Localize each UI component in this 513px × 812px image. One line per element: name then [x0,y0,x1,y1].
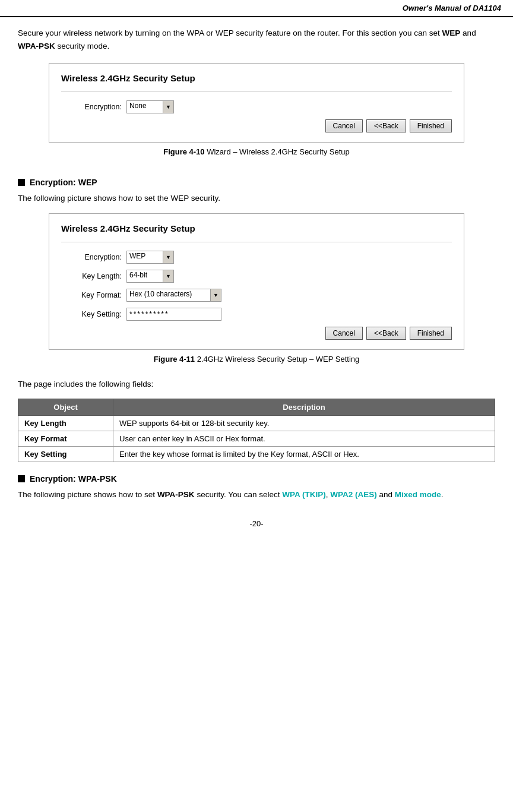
table-cell-object: Key Setting [18,447,113,462]
table-row: Key SettingEnter the key whose format is… [18,447,495,462]
figure2-buttons: Cancel <<Back Finished [61,327,452,340]
wpa-section-heading: Encryption: WPA-PSK [18,474,495,484]
figure1-caption-bold: Figure 4-10 [163,147,204,156]
figure2-caption-bold: Figure 4-11 [154,355,195,364]
figure1-title: Wireless 2.4GHz Security Setup [61,73,452,83]
figure2-caption-text: 2.4GHz Wireless Security Setup – WEP Set… [195,355,359,364]
wpa-text1: The following picture shows how to set [18,490,157,499]
wpa-text4: and [377,490,395,499]
table-cell-description: Enter the key whose format is limited by… [113,447,495,462]
figure2-keyformat-row: Key Format: Hex (10 characters) ▼ [61,289,452,302]
figure2-keysetting-label: Key Setting: [61,310,126,318]
col-object-header: Object [18,399,113,416]
figure1-box: Wireless 2.4GHz Security Setup Encryptio… [49,63,464,143]
figure2-finished-button[interactable]: Finished [410,327,452,340]
figure1-caption-text: Wizard – Wireless 2.4GHz Security Setup [205,147,350,156]
wep-heading-text: Encryption: WEP [30,178,97,187]
figure2-keylength-row: Key Length: 64-bit ▼ [61,270,452,283]
wpa-cyan1: WPA (TKIP) [282,490,326,499]
figure2-keyformat-select[interactable]: Hex (10 characters) ▼ [126,289,221,302]
figure1-finished-button[interactable]: Finished [410,119,452,132]
wpa-body: The following picture shows how to set W… [18,488,495,501]
figure1-divider [61,91,452,92]
page-number: -20- [249,519,263,528]
figure2-keysetting-input[interactable] [126,308,221,321]
page-footer: -20- [0,519,513,540]
figure2-encryption-label: Encryption: [61,253,126,261]
col-description-header: Description [113,399,495,416]
wpa-bullet [18,475,25,482]
figure2-keyformat-arrow[interactable]: ▼ [210,289,221,301]
wpa-bold1: WPA-PSK [157,490,195,499]
wpa-text5: . [441,490,444,499]
figure2-box: Wireless 2.4GHz Security Setup Encryptio… [49,213,464,350]
intro-paragraph: Secure your wireless network by turning … [18,27,495,52]
figure1-encryption-select[interactable]: None ▼ [126,100,174,113]
intro-bold2: WPA-PSK [18,42,55,50]
figure2-caption: Figure 4-11 2.4GHz Wireless Security Set… [154,355,360,364]
wpa-heading-text: Encryption: WPA-PSK [30,474,117,484]
figure1-cancel-button[interactable]: Cancel [325,119,363,132]
intro-text3: security mode. [55,42,110,50]
figure1-encryption-value: None [127,101,163,113]
figure1-encryption-row: Encryption: None ▼ [61,100,452,113]
figure2-encryption-arrow[interactable]: ▼ [163,251,173,263]
figure2-container: Wireless 2.4GHz Security Setup Encryptio… [18,213,495,374]
figure2-title: Wireless 2.4GHz Security Setup [61,223,452,233]
figure2-keylength-select[interactable]: 64-bit ▼ [126,270,174,283]
wep-bullet [18,179,25,186]
wep-section-heading: Encryption: WEP [18,178,495,187]
figure2-divider [61,242,452,242]
figure1-buttons: Cancel <<Back Finished [61,119,452,132]
table-cell-description: User can enter key in ASCII or Hex forma… [113,431,495,447]
figure2-keylength-value: 64-bit [127,270,163,282]
figure1-select-arrow[interactable]: ▼ [163,101,173,113]
intro-bold1: WEP [442,29,461,37]
figure2-keylength-arrow[interactable]: ▼ [163,270,173,282]
wpa-text2: security. You can select [195,490,283,499]
figure2-keysetting-row: Key Setting: [61,308,452,321]
intro-text2: and [460,29,476,37]
wpa-cyan2: WPA2 (AES) [330,490,377,499]
figure2-cancel-button[interactable]: Cancel [325,327,363,340]
figure1-encryption-label: Encryption: [61,103,126,111]
page-content: Secure your wireless network by turning … [0,27,513,501]
table-cell-object: Key Format [18,431,113,447]
figure2-keyformat-label: Key Format: [61,291,126,299]
figure2-encryption-row: Encryption: WEP ▼ [61,251,452,264]
figure1-container: Wireless 2.4GHz Security Setup Encryptio… [18,63,495,167]
wpa-cyan3: Mixed mode [395,490,441,499]
figure2-encryption-value: WEP [127,251,163,263]
fields-table: Object Description Key LengthWEP support… [18,399,495,462]
page-header: Owner's Manual of DA1104 [0,0,513,17]
table-cell-description: WEP supports 64-bit or 128-bit security … [113,416,495,431]
table-row: Key FormatUser can enter key in ASCII or… [18,431,495,447]
figure1-caption: Figure 4-10 Wizard – Wireless 2.4GHz Sec… [163,147,350,156]
figure1-back-button[interactable]: <<Back [366,119,406,132]
table-cell-object: Key Length [18,416,113,431]
wep-body: The following picture shows how to set t… [18,192,495,205]
table-intro-text: The page includes the following fields: [18,378,495,391]
intro-text1: Secure your wireless network by turning … [18,29,442,37]
table-header-row: Object Description [18,399,495,416]
header-title: Owner's Manual of DA1104 [403,4,501,12]
figure2-keylength-label: Key Length: [61,272,126,280]
figure2-back-button[interactable]: <<Back [366,327,406,340]
figure2-encryption-select[interactable]: WEP ▼ [126,251,174,264]
figure2-keyformat-value: Hex (10 characters) [127,289,210,301]
table-row: Key LengthWEP supports 64-bit or 128-bit… [18,416,495,431]
